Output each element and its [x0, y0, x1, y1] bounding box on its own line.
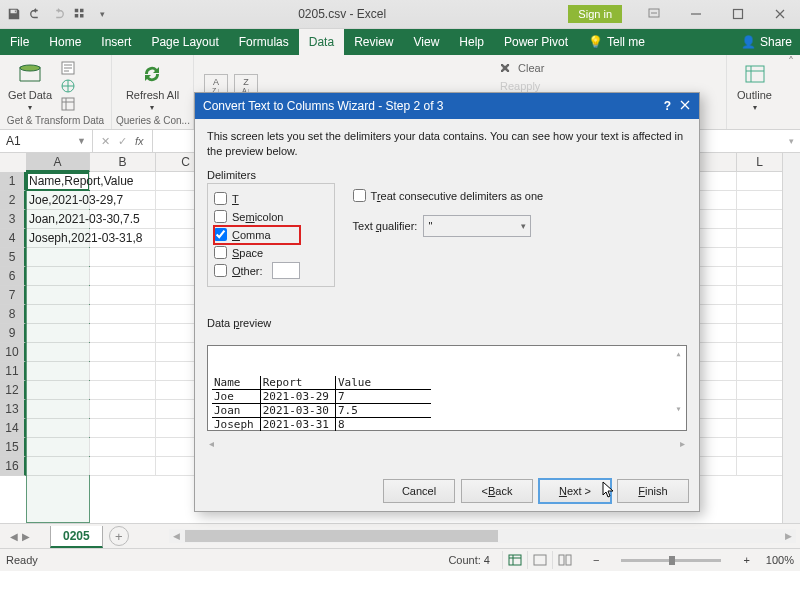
cell[interactable] [216, 457, 737, 475]
cell[interactable] [737, 286, 783, 304]
cell[interactable] [26, 305, 90, 323]
tab-nav-next-icon[interactable]: ▶ [22, 531, 30, 542]
cell[interactable] [216, 362, 737, 380]
advanced-button[interactable]: Advanced [500, 95, 549, 113]
cell[interactable] [737, 229, 783, 247]
row-header[interactable]: 10 [0, 343, 26, 362]
cell[interactable] [737, 438, 783, 456]
cell[interactable] [26, 419, 90, 437]
cell[interactable] [216, 191, 737, 209]
cell[interactable] [737, 191, 783, 209]
cell[interactable] [90, 362, 156, 380]
cell[interactable] [90, 419, 156, 437]
cell[interactable] [737, 324, 783, 342]
maximize-button[interactable] [718, 0, 758, 28]
ribbon-collapse-icon[interactable]: ˄ [782, 55, 800, 73]
menu-data[interactable]: Data [299, 29, 344, 55]
cell[interactable] [156, 438, 216, 456]
cell[interactable] [90, 324, 156, 342]
menu-formulas[interactable]: Formulas [229, 29, 299, 55]
row-header[interactable]: 11 [0, 362, 26, 381]
row-header[interactable]: 6 [0, 267, 26, 286]
cell[interactable] [26, 324, 90, 342]
row-header[interactable]: 8 [0, 305, 26, 324]
tellme-button[interactable]: 💡Tell me [578, 29, 655, 55]
zoom-out-button[interactable]: − [589, 554, 603, 566]
row-header[interactable]: 16 [0, 457, 26, 476]
row-header[interactable]: 15 [0, 438, 26, 457]
col-header-a[interactable]: A [26, 153, 90, 172]
zoom-in-button[interactable]: + [739, 554, 753, 566]
menu-review[interactable]: Review [344, 29, 403, 55]
cell[interactable] [737, 400, 783, 418]
cell[interactable] [156, 191, 216, 209]
cell[interactable] [26, 438, 90, 456]
cell[interactable] [156, 419, 216, 437]
cells-area[interactable]: Name,Report,Value Joe,2021-03-29,7 Joan,… [26, 172, 783, 523]
sort-za-icon[interactable]: ZA↓ [234, 74, 258, 98]
enter-formula-icon[interactable]: ✓ [118, 135, 127, 148]
cell[interactable] [216, 210, 737, 228]
cell[interactable] [90, 343, 156, 361]
row-header[interactable]: 3 [0, 210, 26, 229]
cell[interactable] [216, 286, 737, 304]
cell[interactable] [26, 457, 90, 475]
cell-a2[interactable]: Joe,2021-03-29,7 [26, 191, 90, 209]
cell[interactable] [156, 229, 216, 247]
close-button[interactable] [760, 0, 800, 28]
row-header[interactable]: 2 [0, 191, 26, 210]
cell[interactable] [737, 210, 783, 228]
zoom-level[interactable]: 100% [766, 554, 794, 566]
cell[interactable] [216, 324, 737, 342]
view-pagebreak-icon[interactable] [552, 551, 577, 569]
cell-a3[interactable]: Joan,2021-03-30,7.5 [26, 210, 90, 228]
row-header[interactable]: 1 [0, 172, 26, 191]
menu-pagelayout[interactable]: Page Layout [141, 29, 228, 55]
sheet-tab[interactable]: 0205 [50, 526, 103, 548]
signin-button[interactable]: Sign in [568, 5, 622, 23]
cell[interactable] [156, 362, 216, 380]
cell[interactable] [737, 267, 783, 285]
vertical-scrollbar[interactable] [782, 153, 800, 523]
cell[interactable] [90, 438, 156, 456]
menu-home[interactable]: Home [39, 29, 91, 55]
sort-az-icon[interactable]: AZ↓ [204, 74, 228, 98]
scrollbar-thumb[interactable] [185, 530, 499, 542]
row-header[interactable]: 9 [0, 324, 26, 343]
get-data-button[interactable]: Get Data▾ [4, 59, 56, 114]
cell[interactable] [90, 248, 156, 266]
cell[interactable] [737, 362, 783, 380]
menu-insert[interactable]: Insert [91, 29, 141, 55]
fx-icon[interactable]: fx [135, 135, 144, 147]
column-headers[interactable]: A B C L [26, 153, 783, 172]
cell[interactable] [156, 324, 216, 342]
zoom-slider-thumb[interactable] [669, 556, 675, 565]
cell-a1[interactable]: Name,Report,Value [26, 172, 90, 190]
menu-file[interactable]: File [0, 29, 39, 55]
formula-expand-icon[interactable]: ▾ [783, 130, 800, 152]
clear-filter-button[interactable]: 🗙 Clear [500, 59, 549, 77]
menu-help[interactable]: Help [449, 29, 494, 55]
col-header-b[interactable]: B [90, 153, 156, 172]
cell[interactable] [737, 457, 783, 475]
cell[interactable] [216, 438, 737, 456]
cell[interactable] [156, 343, 216, 361]
refresh-all-button[interactable]: Refresh All▾ [122, 59, 183, 114]
formula-bar[interactable] [153, 130, 783, 152]
cell[interactable] [156, 381, 216, 399]
cell-a4[interactable]: Joseph,2021-03-31,8 [26, 229, 90, 247]
undo-icon[interactable] [28, 6, 44, 22]
horizontal-scrollbar[interactable]: ◀▶ [169, 529, 796, 543]
cell[interactable] [156, 400, 216, 418]
cell[interactable] [737, 419, 783, 437]
zoom-slider[interactable] [621, 559, 721, 562]
cell[interactable] [90, 267, 156, 285]
chevron-down-icon[interactable]: ▼ [77, 136, 86, 146]
cell[interactable] [216, 267, 737, 285]
cell[interactable] [216, 400, 737, 418]
cell[interactable] [90, 381, 156, 399]
cell[interactable] [216, 229, 737, 247]
row-header[interactable]: 13 [0, 400, 26, 419]
cell[interactable] [737, 172, 783, 190]
cell[interactable] [216, 248, 737, 266]
